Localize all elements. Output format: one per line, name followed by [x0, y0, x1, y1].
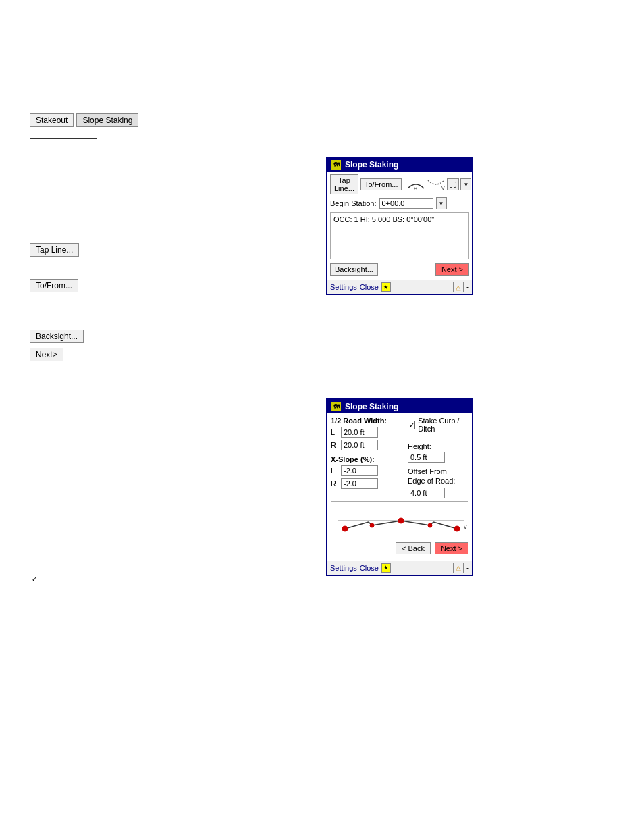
svg-line-7 — [345, 522, 369, 529]
svg-point-11 — [454, 526, 460, 531]
stakeout-tab[interactable]: Stakeout — [30, 113, 74, 127]
occ-text: OCC: 1 HI: 5.000 BS: 0°00'00" — [333, 215, 434, 224]
dialog2-back-btn[interactable]: < Back — [396, 542, 431, 554]
begin-station-input[interactable] — [379, 198, 433, 209]
dialog1-dropdown-btn[interactable]: ▼ — [460, 178, 471, 190]
dialog2-right-col: ✓ Stake Curb / Ditch Height: Offset From… — [408, 417, 468, 498]
slope-staking-dialog-2: 🗺 Slope Staking 1/2 Road Width: L R X-Sl… — [326, 398, 473, 576]
dialog1-to-from-btn[interactable]: To/From... — [360, 178, 402, 190]
height-input[interactable] — [408, 452, 445, 463]
dialog1-backsight-btn[interactable]: Backsight... — [330, 263, 378, 276]
begin-station-label: Begin Station: — [330, 199, 377, 207]
svg-line-4 — [401, 521, 430, 525]
dialog1-yellow-icon[interactable]: ★ — [381, 282, 391, 292]
svg-point-12 — [370, 523, 374, 527]
occ-info-area: OCC: 1 HI: 5.000 BS: 0°00'00" — [330, 212, 469, 259]
curve-area: H V ⛶ ▼ — [406, 178, 471, 191]
dialog1-tap-line-btn[interactable]: Tap Line... — [330, 174, 358, 194]
dialog2-yellow-icon[interactable]: ★ — [381, 563, 391, 573]
r-label: R — [331, 441, 339, 449]
dialog1-top-row: Tap Line... To/From... H V ⛶ ▼ — [330, 174, 469, 194]
dialog1-bottom-row: Backsight... Next > — [330, 263, 469, 276]
dialog1-warning-dash: - — [466, 282, 469, 292]
dialog1-icon: 🗺 — [331, 160, 341, 170]
r-width-row: R — [331, 440, 404, 450]
offset-from-label: Offset FromEdge of Road: — [408, 467, 468, 486]
dialog2-settings-row: Settings Close ★ △ - — [327, 561, 472, 575]
svg-line-3 — [372, 521, 401, 525]
stake-curb-ditch-checkbox[interactable]: ✓ — [408, 421, 415, 429]
dialog1-body: Tap Line... To/From... H V ⛶ ▼ Begin Sta… — [327, 172, 472, 278]
stake-curb-row: ✓ Stake Curb / Ditch — [408, 417, 468, 433]
begin-station-row: Begin Station: ▼ — [330, 197, 469, 209]
xslope-label: X-Slope (%): — [331, 455, 404, 463]
stake-curb-checkbox[interactable]: ✓ — [30, 575, 38, 583]
dialog2-top-section: 1/2 Road Width: L R X-Slope (%): L R — [331, 417, 468, 498]
cross-section-diagram: v — [331, 501, 468, 538]
stake-curb-label: Stake Curb / Ditch — [418, 417, 468, 433]
checkbox-area: ✓ — [30, 575, 38, 583]
road-width-label: 1/2 Road Width: — [331, 417, 404, 425]
dialog1-next-btn[interactable]: Next > — [435, 263, 469, 276]
backsight-button[interactable]: Backsight... — [30, 330, 84, 343]
dialog2-left-col: 1/2 Road Width: L R X-Slope (%): L R — [331, 417, 404, 498]
dialog2-titlebar: 🗺 Slope Staking — [327, 400, 472, 413]
slope-staking-tab[interactable]: Slope Staking — [76, 113, 138, 127]
dialog1-warning-icon[interactable]: △ — [453, 282, 464, 292]
xl-input[interactable] — [341, 465, 378, 476]
dialog2-next-btn[interactable]: Next > — [435, 542, 468, 554]
dialog1-titlebar: 🗺 Slope Staking — [327, 158, 472, 172]
dialog1-expand-icon[interactable]: ⛶ — [447, 178, 459, 190]
svg-line-8 — [433, 522, 457, 529]
svg-text:V: V — [441, 186, 445, 190]
dialog2-bottom-row: < Back Next > — [331, 542, 468, 554]
tap-line-button[interactable]: Tap Line... — [30, 243, 79, 257]
dialog2-warning-icon[interactable]: △ — [453, 563, 464, 573]
dialog2-warning-dash: - — [466, 563, 469, 573]
dialog1-settings-link[interactable]: Settings — [330, 283, 357, 291]
dialog2-close-link[interactable]: Close — [360, 564, 379, 572]
slope-staking-dialog-1: 🗺 Slope Staking Tap Line... To/From... H… — [326, 157, 473, 295]
svg-point-10 — [342, 526, 348, 531]
l-label: L — [331, 428, 339, 436]
svg-point-13 — [428, 523, 432, 527]
l-width-row: L — [331, 427, 404, 438]
xr-label: R — [331, 479, 339, 488]
cross-section-svg: v — [331, 502, 468, 538]
offset-input[interactable] — [408, 488, 445, 498]
dialog2-icon: 🗺 — [331, 402, 341, 411]
r-width-input[interactable] — [341, 440, 378, 450]
dialog1-title: Slope Staking — [345, 160, 398, 170]
begin-station-dropdown[interactable]: ▼ — [436, 197, 447, 209]
dialog2-title: Slope Staking — [345, 402, 398, 411]
dialog1-settings-row: Settings Close ★ △ - — [327, 280, 472, 294]
xr-input[interactable] — [341, 478, 378, 489]
to-from-button[interactable]: To/From... — [30, 279, 78, 292]
v-curve-icon[interactable]: V — [427, 178, 446, 191]
dialog2-settings-link[interactable]: Settings — [330, 564, 357, 572]
height-label: Height: — [408, 442, 468, 450]
dialog1-close-link[interactable]: Close — [360, 283, 379, 291]
dialog2-body: 1/2 Road Width: L R X-Slope (%): L R — [327, 413, 472, 559]
backsight-divider — [111, 334, 199, 334]
h-curve-icon[interactable]: H — [406, 178, 425, 191]
l-width-input[interactable] — [341, 427, 378, 438]
svg-text:H: H — [414, 186, 417, 191]
tab-underline — [30, 138, 97, 139]
svg-text:v: v — [464, 523, 467, 530]
svg-point-9 — [398, 518, 404, 523]
xl-row: L — [331, 465, 404, 476]
next-button-left[interactable]: Next> — [30, 348, 63, 361]
xr-row: R — [331, 478, 404, 489]
short-divider-line — [30, 536, 50, 536]
xl-label: L — [331, 467, 339, 475]
